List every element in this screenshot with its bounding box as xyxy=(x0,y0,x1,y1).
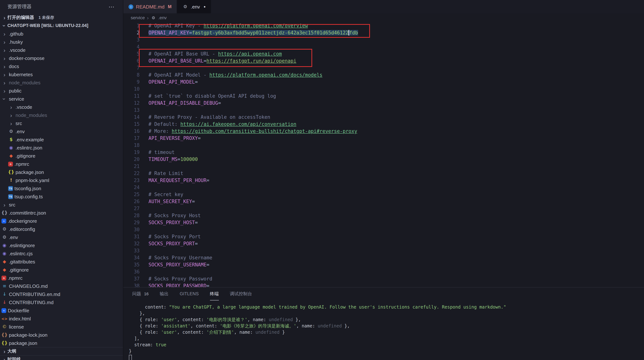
code-line-16[interactable]: # More: https://github.com/transitive-bu… xyxy=(148,128,644,135)
code-line-31[interactable]: # Socks Proxy Port xyxy=(148,233,644,240)
tree-file-.eslintignore[interactable]: ◉.eslintignore xyxy=(0,241,123,249)
code-line-17[interactable]: API_REVERSE_PROXY= xyxy=(148,135,644,142)
code-line-12[interactable]: OPENAI_API_DISABLE_DEBUG= xyxy=(148,99,644,107)
code-line-35[interactable]: SOCKS_PROXY_USERNAME= xyxy=(148,261,644,268)
tree-folder-.husky[interactable]: ›.husky xyxy=(0,38,123,46)
tree-file-.gitattributes[interactable]: ◆.gitattributes xyxy=(0,258,123,266)
code-line-36[interactable] xyxy=(148,268,644,275)
tree-folder-.vscode[interactable]: ›.vscode xyxy=(0,103,123,111)
code-line-8[interactable]: # OpenAI API Model - https://platform.op… xyxy=(148,71,644,78)
tree-file-.env.example[interactable]: $.env.example xyxy=(0,135,123,144)
tree-folder-service[interactable]: ›service xyxy=(0,95,123,103)
tree-file-index.html[interactable]: <>index.html xyxy=(0,315,123,323)
tree-file-package-lock.json[interactable]: {}package-lock.json xyxy=(0,331,123,339)
editor-tab-.env[interactable]: ⚙.env● xyxy=(177,0,211,13)
outline-header[interactable]: › 大纲 xyxy=(0,347,123,355)
more-actions-icon[interactable]: ⋯ xyxy=(108,3,115,10)
tree-file-.gitignore[interactable]: ◆.gitignore xyxy=(0,152,123,160)
tree-file-.env[interactable]: ⚙.env xyxy=(0,127,123,135)
panel-tab-问题[interactable]: 问题16 xyxy=(132,288,149,301)
code-line-text: # More: https://github.com/transitive-bu… xyxy=(148,128,357,134)
code-line-13[interactable] xyxy=(148,107,644,114)
code-line-6[interactable]: OPENAI_API_BASE_URL=https://fastgpt.run/… xyxy=(148,57,644,64)
code-line-30[interactable] xyxy=(148,226,644,233)
tree-file-license[interactable]: ©license xyxy=(0,323,123,331)
code-line-28[interactable]: # Socks Proxy Host xyxy=(148,212,644,219)
panel-tab-输出[interactable]: 输出 xyxy=(160,288,169,301)
editor-pane[interactable]: 1234567891011121314151617181920212223242… xyxy=(123,22,644,287)
open-editors-header[interactable]: › 打开的编辑器 1 未保存 xyxy=(0,13,123,21)
code-line-19[interactable]: # timeout xyxy=(148,149,644,156)
tree-folder-docs[interactable]: ›docs xyxy=(0,62,123,70)
code-line-37[interactable]: # Socks Proxy Password xyxy=(148,275,644,282)
code-line-22[interactable]: # Rate Limit xyxy=(148,170,644,177)
code-line-26[interactable]: AUTH_SECRET_KEY= xyxy=(148,198,644,205)
code-line-14[interactable]: # Reverse Proxy - Available on accessTok… xyxy=(148,114,644,121)
tree-file-.commitlintrc.json[interactable]: {}.commitlintrc.json xyxy=(0,209,123,217)
code-line-27[interactable] xyxy=(148,205,644,212)
code-line-3[interactable] xyxy=(148,36,644,43)
panel-tab-终端[interactable]: 终端 xyxy=(210,288,219,301)
tree-file-CHANGELOG.md[interactable]: ≡CHANGELOG.md xyxy=(0,282,123,290)
tree-file-Dockerfile[interactable]: ≈Dockerfile xyxy=(0,306,123,315)
tree-file-.npmrc[interactable]: n.npmrc xyxy=(0,160,123,168)
code-line-1[interactable]: # OpenAI API Key - https://platform.open… xyxy=(148,22,644,29)
code-line-25[interactable]: # Secret key xyxy=(148,191,644,198)
tree-file-package.json[interactable]: {}package.json xyxy=(0,339,123,347)
panel-tab-label: 终端 xyxy=(210,291,219,297)
tree-folder-.vscode[interactable]: ›.vscode xyxy=(0,46,123,54)
code-line-15[interactable]: # Default: https://ai.fakeopen.com/api/c… xyxy=(148,121,644,128)
tree-file-.env[interactable]: ⚙.env xyxy=(0,233,123,241)
tree-folder-public[interactable]: ›public xyxy=(0,87,123,95)
code-line-2[interactable]: OPENAI_API_KEY=fastgpt-y6b3axfbdd5wyp011… xyxy=(148,29,644,36)
tree-file-CONTRIBUTING.en.md[interactable]: ↓CONTRIBUTING.en.md xyxy=(0,290,123,298)
tree-file-.gitignore[interactable]: ◆.gitignore xyxy=(0,266,123,274)
tree-file-.editorconfig[interactable]: ⚙.editorconfig xyxy=(0,225,123,233)
code-line-18[interactable] xyxy=(148,142,644,149)
code-line-38[interactable]: SOCKS_PROXY_PASSWORD= xyxy=(148,282,644,287)
tree-folder-src[interactable]: ›src xyxy=(0,201,123,209)
code-line-23[interactable]: MAX_REQUEST_PER_HOUR= xyxy=(148,177,644,184)
tree-file-tsup.config.ts[interactable]: TStsup.config.ts xyxy=(0,192,123,201)
code-line-10[interactable] xyxy=(148,85,644,92)
tree-file-.npmrc[interactable]: n.npmrc xyxy=(0,274,123,282)
tree-file-CONTRIBUTING.md[interactable]: ↓CONTRIBUTING.md xyxy=(0,298,123,306)
code-line-29[interactable]: SOCKS_PROXY_HOST= xyxy=(148,219,644,226)
editor-tab-README.md[interactable]: iREADME.mdM xyxy=(123,0,177,13)
tree-folder-.github[interactable]: ›.github xyxy=(0,29,123,38)
code-line-34[interactable]: # Socks Proxy Username xyxy=(148,254,644,261)
tree-folder-kubernetes[interactable]: ›kubernetes xyxy=(0,70,123,78)
tree-folder-node_modules[interactable]: ›node_modules xyxy=(0,111,123,119)
code-line-20[interactable]: TIMEOUT_MS=100000 xyxy=(148,156,644,163)
breadcrumb-item[interactable]: .env xyxy=(158,15,167,20)
tree-file-pnpm-lock.yaml[interactable]: !pnpm-lock.yaml xyxy=(0,176,123,184)
tree-file-.eslintrc.cjs[interactable]: ◉.eslintrc.cjs xyxy=(0,249,123,258)
md-blue-icon: ↓ xyxy=(2,291,8,297)
code-line-4[interactable] xyxy=(148,43,644,50)
code-line-33[interactable] xyxy=(148,247,644,254)
code-line-11[interactable]: # set `true` to disable OpenAI API debug… xyxy=(148,92,644,99)
code-token: # Socks Proxy Password xyxy=(148,276,212,282)
tree-folder-node_modules[interactable]: ›node_modules xyxy=(0,78,123,87)
code-token: = xyxy=(195,241,198,246)
tree-file-.eslintrc.json[interactable]: ◉.eslintrc.json xyxy=(0,144,123,152)
timeline-header[interactable]: › 时间线 xyxy=(0,355,123,360)
code-line-5[interactable]: # OpenAI API Base URL - https://api.open… xyxy=(148,50,644,57)
panel-tab-调试控制台[interactable]: 调试控制台 xyxy=(230,288,252,301)
code-line-9[interactable]: OPENAI_API_MODEL= xyxy=(148,78,644,85)
tree-file-tsconfig.json[interactable]: TStsconfig.json xyxy=(0,184,123,192)
tree-folder-src[interactable]: ›src xyxy=(0,119,123,127)
tree-folder-docker-compose[interactable]: ›docker-compose xyxy=(0,54,123,62)
code-line-7[interactable] xyxy=(148,64,644,71)
workspace-header[interactable]: › CHATGPT-WEB [WSL: UBUNTU-22.04] xyxy=(0,21,123,29)
panel-tab-GITLENS[interactable]: GITLENS xyxy=(180,288,199,301)
code-line-21[interactable] xyxy=(148,163,644,170)
code-line-32[interactable]: SOCKS_PROXY_PORT= xyxy=(148,240,644,247)
terminal-output[interactable]: content: "You are ChatGPT, a large langu… xyxy=(123,301,644,360)
code-token: # OpenAI API Base URL - xyxy=(148,51,218,57)
breadcrumb-item[interactable]: service xyxy=(131,15,145,20)
terminal-token: 'assistant' xyxy=(161,323,190,329)
code-line-24[interactable] xyxy=(148,184,644,191)
tree-file-.dockerignore[interactable]: ≈.dockerignore xyxy=(0,217,123,225)
tree-file-package.json[interactable]: {}package.json xyxy=(0,168,123,176)
